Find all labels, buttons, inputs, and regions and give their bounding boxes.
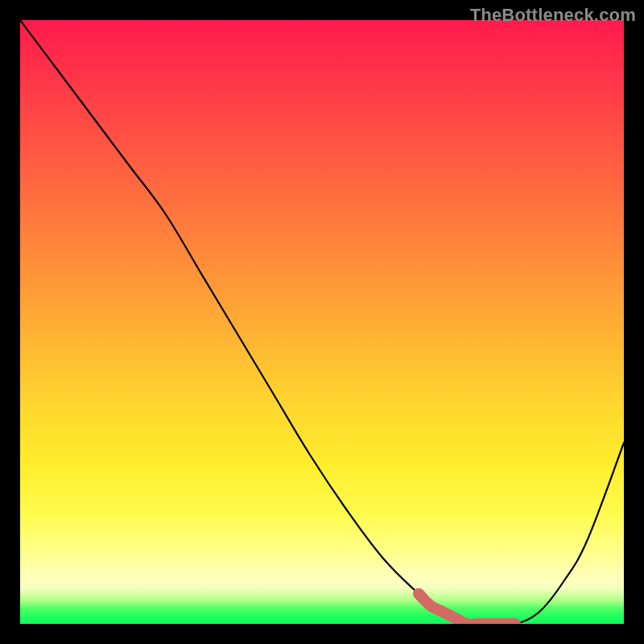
bottleneck-chart: TheBottleneck.com (0, 0, 644, 644)
plot-area (20, 20, 624, 624)
watermark-text: TheBottleneck.com (470, 5, 636, 26)
bottleneck-curve (20, 20, 624, 624)
plot-svg (20, 20, 624, 624)
sweet-spot-dots (485, 618, 521, 624)
